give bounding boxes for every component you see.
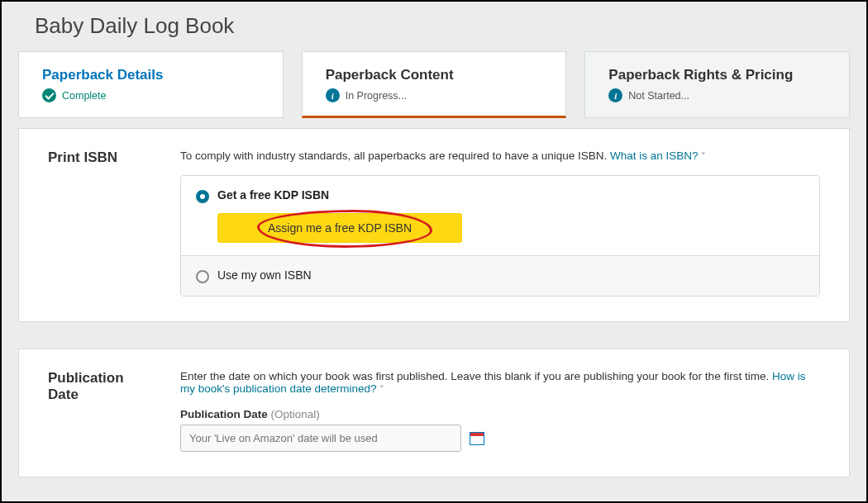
page-title: Baby Daily Log Book — [35, 13, 850, 39]
pub-date-field-label: Publication Date — [180, 408, 268, 420]
radio-option-free-isbn[interactable]: Get a free KDP ISBN Assign me a free KDP… — [181, 176, 819, 255]
info-circle-icon: i — [326, 88, 340, 102]
tab-title: Paperback Details — [42, 67, 260, 83]
tab-paperback-rights-pricing[interactable]: Paperback Rights & Pricing i Not Started… — [584, 51, 850, 118]
radio-label-own: Use my own ISBN — [217, 268, 312, 282]
tab-title: Paperback Rights & Pricing — [608, 67, 826, 83]
publication-date-panel: Publication Date Enter the date on which… — [18, 349, 850, 477]
tab-status: In Progress... — [346, 90, 407, 102]
radio-icon — [196, 190, 209, 203]
tab-title: Paperback Content — [326, 67, 543, 83]
isbn-radio-group: Get a free KDP ISBN Assign me a free KDP… — [180, 175, 820, 297]
what-is-isbn-link[interactable]: What is an ISBN? — [610, 149, 706, 162]
publication-date-input[interactable] — [180, 425, 461, 452]
tab-paperback-details[interactable]: Paperback Details Complete — [18, 51, 284, 118]
print-isbn-panel: Print ISBN To comply with industry stand… — [18, 128, 850, 322]
pub-date-description: Enter the date on which your book was fi… — [180, 370, 820, 395]
tab-paperback-content[interactable]: Paperback Content i In Progress... — [302, 51, 567, 118]
calendar-icon[interactable] — [470, 432, 484, 445]
isbn-description: To comply with industry standards, all p… — [180, 149, 820, 162]
radio-icon — [196, 270, 209, 283]
radio-label-free: Get a free KDP ISBN — [217, 188, 462, 202]
info-circle-icon: i — [608, 88, 622, 102]
radio-option-own-isbn[interactable]: Use my own ISBN — [181, 255, 819, 296]
tab-status: Complete — [62, 90, 107, 102]
section-heading-isbn: Print ISBN — [48, 149, 155, 297]
tabs-row: Paperback Details Complete Paperback Con… — [18, 51, 850, 118]
section-heading-pub-date: Publication Date — [48, 370, 155, 452]
check-circle-icon — [42, 88, 56, 102]
assign-free-isbn-button[interactable]: Assign me a free KDP ISBN — [217, 213, 462, 243]
pub-date-optional-label: (Optional) — [268, 408, 320, 420]
tab-status: Not Started... — [628, 90, 689, 102]
